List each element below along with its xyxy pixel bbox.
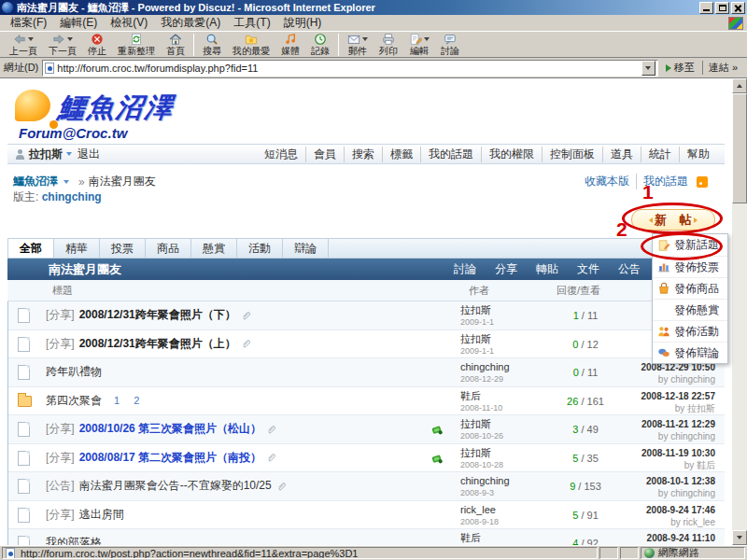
chevron-down-icon[interactable]: [63, 180, 69, 184]
address-input[interactable]: http://forum.croc.tw/forumdisplay.php?fi…: [42, 60, 658, 77]
thread-title[interactable]: 2008/12/31跨年聚會照片（下）: [79, 307, 236, 323]
moderator-link[interactable]: chingching: [42, 190, 102, 203]
filter-repost[interactable]: 轉貼: [536, 261, 558, 277]
menu-item-post-reward[interactable]: 發佈懸賞: [653, 299, 727, 320]
mail-button[interactable]: 郵件: [342, 32, 374, 57]
table-row: 第四次聚會 1 2 鞋后2008-11-10 26 / 161 2008-12-…: [8, 387, 725, 416]
logout-link[interactable]: 退出: [78, 147, 100, 162]
thread-title[interactable]: 2008/08/17 第二次聚會照片（南投）: [79, 450, 261, 466]
print-button[interactable]: 列印: [374, 32, 403, 57]
username[interactable]: 拉扣斯: [29, 147, 63, 162]
last-post-author[interactable]: by 拉扣斯: [675, 403, 715, 413]
thread-author[interactable]: 拉扣斯: [460, 333, 491, 344]
site-logo-title[interactable]: 鱷魚沼澤: [56, 90, 176, 127]
tab-goods[interactable]: 商品: [146, 239, 191, 258]
thread-author[interactable]: 鞋后: [460, 390, 481, 401]
menu-favorites[interactable]: 我的最愛(A): [154, 14, 227, 32]
thread-title[interactable]: 跨年趴禮物: [46, 364, 102, 380]
last-post-author[interactable]: by chingching: [658, 374, 715, 385]
edit-button[interactable]: 編輯: [403, 32, 435, 57]
links-button[interactable]: 連結 »: [702, 61, 743, 75]
nav-link-search[interactable]: 搜索: [344, 147, 382, 162]
favorites-button[interactable]: 我的最愛: [227, 32, 275, 57]
attachment-icon: [266, 452, 277, 463]
thread-page-links[interactable]: 1 2: [114, 395, 145, 406]
last-post-author[interactable]: by chingching: [658, 431, 715, 441]
filter-share[interactable]: 分享: [495, 261, 517, 277]
maximize-button[interactable]: [715, 2, 729, 14]
breadcrumb-root[interactable]: 鱷魚沼澤: [13, 174, 58, 189]
nav-link-help[interactable]: 幫助: [679, 147, 717, 162]
nav-link-messages[interactable]: 短消息: [257, 147, 305, 162]
thread-title[interactable]: 2008/12/31跨年聚會照片（上）: [79, 336, 236, 352]
menu-item-post-debate[interactable]: 發佈辯論: [653, 342, 727, 363]
tab-poll[interactable]: 投票: [100, 239, 146, 258]
thread-title[interactable]: 我的部落格: [46, 535, 102, 545]
tab-all[interactable]: 全部: [8, 239, 54, 258]
back-button[interactable]: 上一頁: [4, 32, 43, 57]
menu-help[interactable]: 說明(H): [277, 14, 329, 32]
favorite-board-link[interactable]: 收藏本版: [578, 174, 636, 189]
media-button[interactable]: 媒體: [275, 32, 305, 57]
nav-link-control-panel[interactable]: 控制面板: [542, 147, 602, 162]
discuss-button[interactable]: 討論: [435, 32, 465, 57]
last-post-author[interactable]: by 鞋后: [684, 460, 715, 470]
refresh-button[interactable]: 重新整理: [112, 32, 161, 57]
thread-author[interactable]: chingching: [460, 475, 510, 486]
thread-author[interactable]: chingching: [460, 361, 510, 372]
search-button[interactable]: 搜尋: [197, 32, 227, 57]
menu-item-post-poll[interactable]: 發佈投票: [653, 256, 727, 277]
scrollbar-thumb[interactable]: [732, 93, 747, 203]
nav-link-stats[interactable]: 統計: [641, 147, 679, 162]
new-post-button[interactable]: 新 帖: [631, 209, 715, 231]
thread-author[interactable]: 拉扣斯: [460, 418, 491, 429]
menu-edit[interactable]: 編輯(E): [53, 14, 104, 32]
goods-icon: [657, 282, 670, 295]
nav-link-my-topics[interactable]: 我的話題: [420, 147, 481, 162]
thread-title[interactable]: 第四次聚會: [46, 393, 102, 409]
nav-link-members[interactable]: 會員: [305, 147, 344, 162]
menu-view[interactable]: 檢視(V): [104, 14, 154, 32]
thread-page-icon: [18, 365, 30, 380]
minimize-button[interactable]: [699, 2, 713, 14]
tab-reward[interactable]: 懸賞: [191, 239, 237, 258]
menu-item-post-goods[interactable]: 發佈商品: [653, 277, 727, 299]
menu-item-new-topic[interactable]: 發新話題: [653, 234, 727, 256]
address-url[interactable]: http://forum.croc.tw/forumdisplay.php?fi…: [57, 63, 641, 74]
home-button[interactable]: 首頁: [161, 32, 190, 57]
vertical-scrollbar[interactable]: [732, 78, 747, 545]
thread-author[interactable]: 拉扣斯: [460, 447, 491, 458]
filter-document[interactable]: 文件: [577, 261, 599, 277]
last-post-author[interactable]: by chingching: [658, 488, 715, 498]
address-dropdown-button[interactable]: [641, 61, 655, 76]
nav-link-tools[interactable]: 道具: [602, 147, 641, 162]
stop-button[interactable]: 停止: [82, 32, 112, 57]
attachment-icon: [266, 424, 277, 435]
tab-digest[interactable]: 精華: [54, 239, 100, 258]
tab-activity[interactable]: 活動: [237, 239, 283, 258]
nav-link-my-permissions[interactable]: 我的權限: [481, 147, 542, 162]
page-icon: [6, 548, 15, 559]
forward-button[interactable]: 下一頁: [43, 32, 82, 57]
thread-title[interactable]: 2008/10/26 第三次聚會照片（松山）: [79, 421, 261, 437]
close-button[interactable]: [731, 2, 745, 14]
menu-file[interactable]: 檔案(F): [4, 14, 53, 32]
thread-author[interactable]: rick_lee: [460, 504, 496, 515]
filter-announcement[interactable]: 公告: [618, 261, 641, 277]
scroll-up-button[interactable]: [732, 78, 747, 93]
thread-title[interactable]: 逃出房間: [79, 507, 124, 523]
rss-icon[interactable]: [697, 176, 708, 188]
last-post-author[interactable]: by rick_lee: [670, 517, 715, 527]
chevron-down-icon[interactable]: [66, 152, 72, 156]
thread-author[interactable]: 鞋后: [460, 532, 481, 543]
scroll-down-button[interactable]: [732, 530, 747, 545]
thread-author[interactable]: 拉扣斯: [460, 304, 491, 315]
thread-title[interactable]: 南法蜜月團聚會公告--不宜嫁娶的10/25: [79, 478, 272, 494]
filter-discussion[interactable]: 討論: [454, 261, 476, 277]
go-button[interactable]: 移至: [662, 61, 698, 75]
tab-debate[interactable]: 辯論: [283, 239, 329, 258]
nav-link-tags[interactable]: 標籤: [382, 147, 420, 162]
menu-item-post-activity[interactable]: 發佈活動: [653, 320, 727, 342]
menu-tools[interactable]: 工具(T): [227, 14, 276, 32]
history-button[interactable]: 記錄: [305, 32, 335, 57]
